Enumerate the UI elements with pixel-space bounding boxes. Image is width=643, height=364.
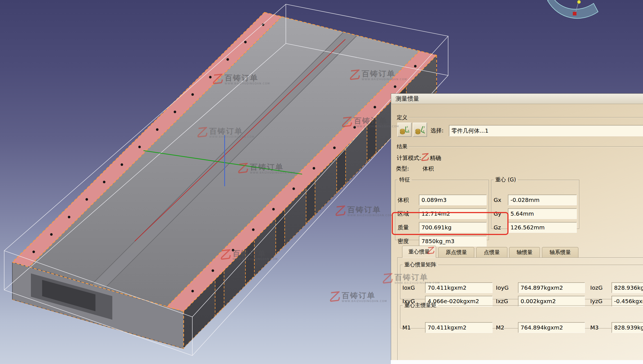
m2-field[interactable]: 764.894kgxm2	[518, 322, 585, 333]
volume-field[interactable]: 0.089m3	[419, 195, 487, 205]
tab-centroid-inertia[interactable]: 重心惯量	[402, 246, 436, 258]
gz-field[interactable]: 126.562mm	[508, 222, 577, 233]
axis-inertia-icon: y x	[414, 124, 426, 135]
gravity-center-group: 重心 (G) Gx -0.028mm Gy 5.64mm Gz 126.562m…	[491, 176, 579, 229]
inertia-matrix-group: 重心惯量矩阵 IoxG 70.411kgxm2 IoyG 764.897kgxm…	[400, 261, 643, 299]
selection-field[interactable]: 零件几何体...1	[449, 125, 643, 136]
dialog-title: 测量惯量	[396, 95, 419, 102]
characteristics-group: 特征 体积 0.089m3 区域 12.714m2 质量 700.691kg 密…	[395, 176, 489, 240]
svg-text:x: x	[408, 129, 409, 132]
gx-field[interactable]: -0.028mm	[508, 195, 577, 205]
axis-system-button-1[interactable]: z x	[397, 123, 412, 137]
gy-field[interactable]: 5.64mm	[508, 208, 577, 219]
mass-label: 质量	[398, 222, 409, 233]
measure-inertia-dialog: 测量惯量 定义 z x y x 选择: 零件几何体...1 结果 计算模式:	[391, 93, 643, 361]
gy-label: Gy	[494, 208, 501, 219]
iozg-label: IozG	[590, 282, 603, 293]
principal-moments-legend: 重心主惯量矩	[403, 302, 438, 309]
area-field[interactable]: 12.714m2	[419, 208, 487, 219]
m2-label: M2	[496, 322, 504, 333]
calc-mode-value: 精确	[430, 154, 441, 162]
tab-axis-system-inertia[interactable]: 轴系惯量	[542, 247, 578, 257]
axis-system-icon: z x	[399, 124, 410, 135]
ioyg-label: IoyG	[496, 282, 509, 293]
ioxg-label: IoxG	[402, 282, 415, 293]
density-field[interactable]: 7850kg_m3	[419, 236, 487, 246]
results-separator	[409, 146, 643, 147]
m1-label: M1	[402, 322, 411, 333]
m3-field[interactable]: 828.939kgxm2	[612, 322, 643, 333]
m3-label: M3	[590, 322, 599, 333]
mass-field[interactable]: 700.691kg	[419, 222, 487, 233]
calc-mode-label: 计算模式:	[397, 154, 421, 162]
tab-point-inertia[interactable]: 点惯量	[476, 247, 507, 257]
bottom-white-strip	[391, 360, 643, 364]
axis-system-button-2[interactable]: y x	[413, 123, 427, 137]
select-label: 选择:	[430, 125, 444, 136]
gx-label: Gx	[494, 195, 501, 205]
gz-label: Gz	[494, 222, 501, 233]
type-value: 体积	[423, 165, 434, 172]
svg-text:x: x	[423, 129, 425, 132]
svg-text:y: y	[423, 125, 425, 128]
characteristics-legend: 特征	[398, 176, 412, 183]
view-compass-icon[interactable]	[548, 0, 598, 18]
ioxg-field[interactable]: 70.411kgxm2	[425, 282, 492, 293]
definition-legend: 定义	[397, 114, 407, 120]
gravity-center-legend: 重心 (G)	[494, 176, 518, 183]
type-label: 类型:	[396, 165, 409, 172]
volume-label: 体积	[398, 195, 409, 205]
definition-separator	[409, 117, 643, 118]
results-legend: 结果	[397, 144, 407, 149]
ioyg-field[interactable]: 764.897kgxm2	[518, 282, 585, 293]
svg-text:z: z	[407, 125, 408, 128]
principal-moments-group: 重心主惯量矩 M1 70.411kgxm2 M2 764.894kgxm2 M3…	[400, 302, 643, 328]
dialog-titlebar[interactable]: 测量惯量	[391, 94, 643, 104]
area-label: 区域	[398, 208, 409, 219]
tab-axis-inertia[interactable]: 轴惯量	[509, 247, 540, 257]
iozg-field[interactable]: 828.936kgxm2	[612, 282, 643, 293]
tab-origin-inertia[interactable]: 原点惯量	[438, 247, 474, 257]
m1-field[interactable]: 70.411kgxm2	[425, 322, 492, 333]
inertia-matrix-legend: 重心惯量矩阵	[403, 261, 438, 268]
density-label: 密度	[398, 236, 409, 246]
